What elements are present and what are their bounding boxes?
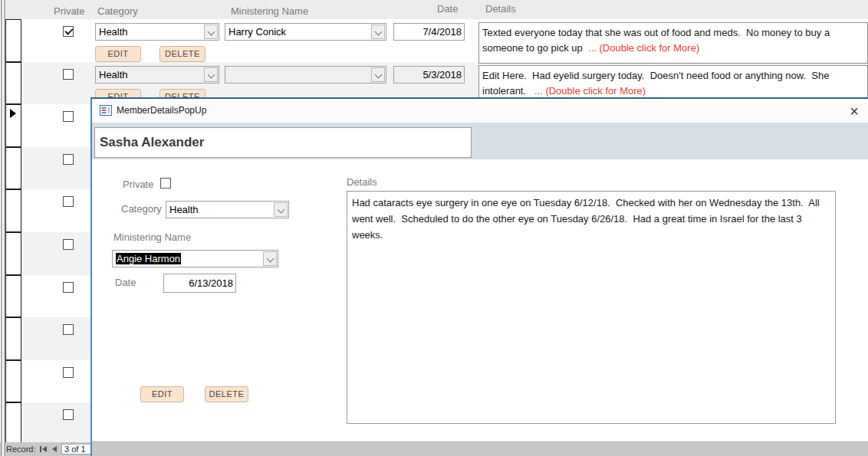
date-field[interactable]: 7/4/2018 [393,23,465,41]
private-checkbox[interactable] [63,154,74,165]
form-icon [100,105,112,119]
record-selector[interactable] [5,275,21,318]
column-header-private: Private [54,5,84,17]
chevron-down-icon [278,206,285,214]
column-header-details: Details [485,3,516,15]
edit-button[interactable]: EDIT [140,386,184,402]
access-window: Private Category Ministering Name Date D… [0,0,868,456]
private-checkbox[interactable] [63,239,74,250]
edit-button[interactable]: EDIT [95,46,141,62]
record-position-box[interactable]: 3 of 1 [61,444,91,454]
date-label: Date [115,277,136,288]
category-combobox[interactable]: Health [95,23,219,41]
category-label: Category [121,203,162,215]
delete-button[interactable]: DELETE [159,46,205,62]
popup-title: MemberDetailsPopUp [117,99,206,122]
ministering-name-combobox[interactable]: Harry Conick [225,23,386,41]
private-checkbox[interactable] [63,111,74,122]
popup-left-border [90,442,92,456]
details-field[interactable]: Had cataracts eye surgery in one eye on … [347,191,836,424]
details-label: Details [347,176,377,188]
private-checkbox[interactable] [63,409,74,420]
details-text-line2: someone to go pick up ... (Double click … [482,41,864,56]
record-navigation-bar: Record: 3 of 1 [0,442,868,456]
private-checkbox[interactable] [63,26,74,37]
popup-titlebar[interactable]: MemberDetailsPopUp × [92,99,868,123]
chevron-down-icon [208,71,215,79]
private-checkbox[interactable] [63,69,74,80]
details-text-line1: Texted everyone today that she was out o… [482,25,864,41]
chevron-down-icon [375,71,383,79]
date-field[interactable]: 6/13/2018 [163,274,236,293]
private-checkbox[interactable] [63,324,74,335]
ministering-name-value: Harry Conick [229,24,286,40]
previous-record-button[interactable] [52,446,57,452]
details-field[interactable]: Texted everyone today that she was out o… [478,22,868,64]
previous-record-icon [52,446,57,452]
member-details-popup: MemberDetailsPopUp × Sasha Alexander Pri… [90,97,868,442]
double-click-for-more-link[interactable]: ... (Double click for More) [588,42,699,54]
ministering-name-combobox[interactable] [225,66,386,84]
close-icon[interactable]: × [850,101,859,121]
details-text-line2: intolerant. ... (Double click for More) [482,84,864,99]
date-field[interactable]: 5/3/2018 [393,66,465,84]
chevron-down-icon [375,28,383,36]
dropdown-button[interactable] [204,25,218,39]
record-selector[interactable] [5,317,21,360]
column-header-ministering: Ministering Name [231,5,308,17]
private-checkbox[interactable] [160,178,171,189]
record-selector[interactable] [5,189,21,232]
private-label: Private [123,179,153,190]
record-nav-label: Record: [6,442,36,456]
record-selector[interactable] [5,402,21,445]
double-click-for-more-link[interactable]: ... (Double click for More) [534,85,646,97]
category-value: Health [99,24,128,40]
record-selector[interactable] [5,19,21,62]
private-checkbox[interactable] [63,282,74,293]
dropdown-button[interactable] [274,202,288,217]
dropdown-button[interactable] [371,67,385,82]
category-combobox[interactable]: Health [95,66,219,84]
dropdown-button[interactable] [371,25,385,39]
member-name-field[interactable]: Sasha Alexander [94,127,472,158]
first-record-icon [42,446,47,452]
category-combobox[interactable]: Health [166,201,289,218]
first-record-button[interactable] [40,446,47,452]
category-value: Health [99,67,128,83]
ministering-name-value: Angie Harmon [116,251,181,267]
record-selector[interactable] [5,62,21,105]
chevron-down-icon [267,255,275,263]
record-selector[interactable] [5,232,21,275]
record-selector[interactable] [5,147,21,190]
delete-button[interactable]: DELETE [205,386,248,402]
ministering-name-label: Ministering Name [113,231,191,243]
selected-text: Angie Harmon [116,253,181,264]
private-checkbox[interactable] [63,196,74,207]
record-selector[interactable] [5,104,21,147]
ministering-name-combobox[interactable]: Angie Harmon [112,250,278,267]
window-edge-lines [1,0,5,456]
current-record-arrow [10,109,16,118]
record-selector[interactable] [5,360,21,403]
private-checkbox[interactable] [63,367,74,378]
category-value: Health [169,202,199,218]
popup-header-band: Sasha Alexander [92,123,868,159]
column-header-date: Date [437,3,458,15]
column-header-category: Category [97,5,138,17]
details-text-line1: Edit Here. Had eyelid surgery today. Doe… [482,68,864,84]
dropdown-button[interactable] [204,67,218,82]
dropdown-button[interactable] [263,251,277,266]
chevron-down-icon [208,28,215,36]
